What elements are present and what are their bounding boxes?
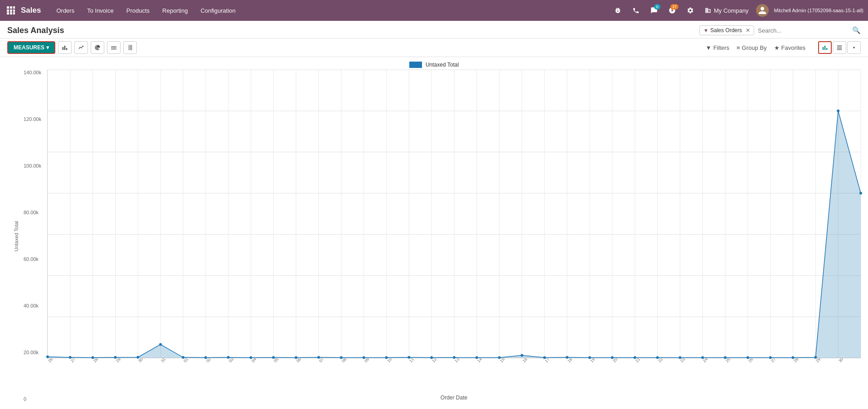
x-axis-title: Order Date bbox=[47, 385, 861, 403]
chat-badge: 6 bbox=[654, 4, 660, 10]
x-label: 26 May 2022 bbox=[47, 358, 67, 363]
app-name[interactable]: Sales bbox=[21, 6, 41, 15]
view-buttons bbox=[818, 41, 861, 54]
page-title: Sales Analysis bbox=[7, 26, 64, 35]
svg-rect-13 bbox=[111, 48, 116, 48]
x-label: 02 Jun 2022 bbox=[205, 358, 224, 363]
x-label: 31 May 2022 bbox=[160, 358, 180, 363]
bug-icon-btn[interactable] bbox=[611, 3, 625, 18]
x-label: 28 May 2022 bbox=[92, 358, 112, 363]
x-label: 07 Jun 2022 bbox=[318, 358, 337, 363]
legend-color-swatch bbox=[409, 62, 422, 68]
measures-label: MEASURES bbox=[14, 44, 44, 51]
filter-tag-sales-orders[interactable]: ▼ Sales Orders ✕ bbox=[699, 25, 754, 35]
group-by-btn[interactable]: ≡ Group By bbox=[737, 44, 767, 51]
svg-rect-15 bbox=[129, 45, 129, 50]
pie-chart-btn[interactable] bbox=[91, 41, 104, 54]
svg-point-107 bbox=[837, 110, 839, 112]
x-label: 01 Jun 2022 bbox=[183, 358, 202, 363]
measures-dropdown-icon: ▾ bbox=[46, 44, 49, 51]
svg-rect-1 bbox=[10, 6, 12, 9]
y-tick-1: 120.00k bbox=[24, 116, 47, 122]
svg-rect-24 bbox=[837, 49, 842, 50]
toolbar: MEASURES ▾ ▼ Filters ≡ Group By ★ Favori… bbox=[0, 38, 868, 57]
x-label: 11 Jun 2022 bbox=[408, 358, 427, 363]
svg-rect-2 bbox=[13, 6, 15, 9]
username-display[interactable]: Mitchell Admin (17052098-saas-15-1-all) bbox=[774, 8, 863, 13]
x-label: 09 Jun 2022 bbox=[364, 358, 383, 363]
x-label: 17 Jun 2022 bbox=[544, 358, 563, 363]
nav-orders[interactable]: Orders bbox=[51, 5, 80, 17]
svg-rect-8 bbox=[13, 12, 15, 14]
x-label: 14 Jun 2022 bbox=[476, 358, 495, 363]
svg-point-93 bbox=[521, 354, 524, 357]
x-label: 30 Jun 2022 bbox=[838, 358, 857, 363]
svg-rect-22 bbox=[837, 47, 842, 47]
nav-products[interactable]: Products bbox=[121, 5, 155, 17]
measures-button[interactable]: MEASURES ▾ bbox=[7, 41, 55, 54]
top-navbar: Sales Orders To Invoice Products Reporti… bbox=[0, 0, 868, 21]
svg-rect-19 bbox=[824, 46, 825, 50]
x-label: 29 Jun 2022 bbox=[815, 358, 834, 363]
x-label: 27 Jun 2022 bbox=[770, 358, 789, 363]
svg-rect-21 bbox=[837, 45, 842, 46]
x-label: 29 May 2022 bbox=[115, 358, 135, 363]
nav-to-invoice[interactable]: To Invoice bbox=[82, 5, 119, 17]
phone-icon-btn[interactable] bbox=[629, 3, 643, 18]
y-tick-2: 100.00k bbox=[24, 163, 47, 168]
svg-rect-23 bbox=[837, 48, 842, 48]
grid-icon[interactable] bbox=[5, 4, 17, 17]
nav-reporting[interactable]: Reporting bbox=[157, 5, 193, 17]
line-chart-btn[interactable] bbox=[74, 41, 88, 54]
filters-label: Filters bbox=[713, 44, 729, 51]
x-label: 22 Jun 2022 bbox=[657, 358, 676, 363]
y-tick-5: 40.00k bbox=[24, 303, 47, 308]
nav-configuration[interactable]: Configuration bbox=[195, 5, 241, 17]
svg-rect-9 bbox=[63, 47, 63, 50]
svg-rect-7 bbox=[10, 12, 12, 14]
activity-icon-btn[interactable]: 37 bbox=[665, 3, 679, 18]
favorites-btn[interactable]: ★ Favorites bbox=[774, 44, 805, 51]
svg-rect-16 bbox=[130, 45, 131, 50]
svg-rect-20 bbox=[826, 48, 827, 50]
chat-icon-btn[interactable]: 6 bbox=[647, 3, 661, 18]
x-label: 10 Jun 2022 bbox=[386, 358, 405, 363]
x-label: 15 Jun 2022 bbox=[499, 358, 518, 363]
graph-view-btn[interactable] bbox=[818, 41, 832, 54]
search-input[interactable] bbox=[758, 27, 849, 34]
filters-btn[interactable]: ▼ Filters bbox=[706, 44, 729, 51]
svg-rect-3 bbox=[7, 10, 9, 12]
chart-legend: Untaxed Total bbox=[7, 62, 861, 68]
filter-tag-close-btn[interactable]: ✕ bbox=[746, 27, 750, 34]
x-label: 21 Jun 2022 bbox=[635, 358, 654, 363]
x-axis-labels: 26 May 202227 May 202228 May 202229 May … bbox=[47, 358, 861, 385]
pivot-row-btn[interactable] bbox=[107, 41, 121, 54]
x-label: 19 Jun 2022 bbox=[589, 358, 608, 363]
settings-icon-btn[interactable] bbox=[683, 3, 698, 18]
chart-plot bbox=[47, 70, 861, 358]
chart-container: Untaxed Total Untaxed Total 140.00k 120.… bbox=[0, 57, 868, 403]
filter-funnel-icon: ▼ bbox=[703, 28, 708, 33]
x-label: 20 Jun 2022 bbox=[612, 358, 631, 363]
bar-chart-btn[interactable] bbox=[58, 41, 72, 54]
page-header: Sales Analysis ▼ Sales Orders ✕ 🔍 bbox=[0, 21, 868, 38]
svg-point-108 bbox=[859, 192, 862, 195]
pivot-col-btn[interactable] bbox=[123, 41, 137, 54]
svg-rect-5 bbox=[13, 10, 15, 12]
company-selector[interactable]: My Company bbox=[701, 5, 752, 16]
y-tick-6: 20.00k bbox=[24, 350, 47, 355]
x-label: 23 Jun 2022 bbox=[679, 358, 698, 363]
svg-rect-0 bbox=[7, 6, 9, 9]
search-icon[interactable]: 🔍 bbox=[852, 26, 861, 34]
x-label: 01 Jul 2022 bbox=[860, 358, 861, 363]
pivot-view-btn[interactable] bbox=[847, 41, 861, 54]
x-label: 04 Jun 2022 bbox=[251, 358, 270, 363]
x-label: 30 May 2022 bbox=[137, 358, 157, 363]
list-view-btn[interactable] bbox=[833, 41, 846, 54]
svg-rect-17 bbox=[131, 45, 132, 50]
y-tick-7: 0 bbox=[24, 396, 47, 402]
avatar[interactable] bbox=[756, 4, 769, 17]
x-label: 03 Jun 2022 bbox=[228, 358, 247, 363]
favorites-label: Favorites bbox=[781, 44, 805, 51]
y-axis-label: Untaxed Total bbox=[7, 70, 24, 403]
